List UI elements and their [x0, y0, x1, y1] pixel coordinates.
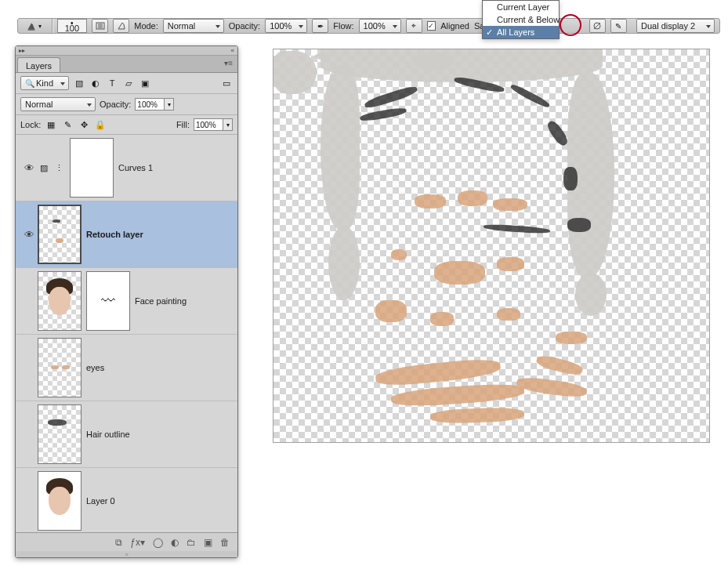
- clone-source-panel-icon[interactable]: [113, 19, 129, 33]
- panel-menu-icon[interactable]: ▾≡: [219, 56, 237, 72]
- svg-rect-0: [28, 29, 35, 30]
- options-bar: ▾ • 100 Mode: Normal Opacity: 100% ✒ Flo…: [17, 18, 720, 34]
- layer-row[interactable]: Hair outline: [16, 401, 237, 468]
- layer-opacity-field[interactable]: ▾: [135, 98, 174, 111]
- tab-layers[interactable]: Layers: [17, 57, 60, 72]
- lock-row: Lock: ▦ ✎ ✥ 🔒 Fill: ▾: [16, 115, 237, 135]
- curves-icon: ▨: [38, 161, 50, 174]
- aligned-label: Aligned: [440, 21, 469, 31]
- opacity-label: Opacity:: [229, 21, 260, 31]
- filter-adjust-icon[interactable]: ◐: [89, 77, 102, 89]
- flow-label: Flow:: [333, 21, 353, 31]
- airbrush-icon[interactable]: ⌖: [406, 19, 422, 33]
- layer-name[interactable]: Retouch layer: [86, 230, 143, 239]
- layer-row[interactable]: 〰 Face painting: [16, 268, 237, 335]
- link-mask-icon: ⋮: [53, 161, 65, 174]
- workspace-value: Dual display 2: [641, 21, 695, 31]
- collapse-icon[interactable]: ▸▸: [19, 47, 25, 54]
- layer-row[interactable]: eyes: [16, 335, 237, 401]
- lock-label: Lock:: [20, 120, 41, 129]
- tab-label: Layers: [26, 61, 52, 71]
- filter-type-icon[interactable]: T: [106, 77, 118, 89]
- fill-label: Fill:: [176, 120, 190, 129]
- clone-stamp-tool-icon[interactable]: ▾: [26, 20, 47, 31]
- layer-blend-mode-value: Normal: [25, 100, 53, 109]
- flow-field[interactable]: 100%: [359, 19, 401, 33]
- layer-name[interactable]: Curves 1: [118, 163, 153, 172]
- sample-option-current-below[interactable]: Current & Below: [483, 13, 559, 26]
- layer-name[interactable]: Layer 0: [86, 496, 115, 506]
- filter-smart-icon[interactable]: ▣: [139, 77, 151, 89]
- layer-row[interactable]: 👁 Retouch layer: [16, 201, 237, 268]
- flow-value: 100%: [364, 21, 386, 31]
- layer-fx-icon[interactable]: ƒx▾: [130, 537, 145, 548]
- panel-dragbar[interactable]: ▸▸ «: [16, 46, 237, 56]
- blend-mode-select[interactable]: Normal: [163, 19, 224, 33]
- brush-size-value: 100: [65, 26, 79, 31]
- layer-row[interactable]: 👁 ▨ ⋮ Curves 1: [16, 135, 237, 201]
- filter-pixel-icon[interactable]: ▧: [73, 77, 85, 89]
- adjustment-icons: ▨ ⋮: [38, 161, 65, 174]
- layer-thumb[interactable]: [38, 338, 81, 397]
- visibility-toggle[interactable]: 👁: [20, 162, 38, 174]
- layer-opacity-input[interactable]: [135, 98, 165, 111]
- opacity-value: 100%: [270, 21, 292, 31]
- layer-filter-row: 🔍 Kind ▧ ◐ T ▱ ▣ ▭: [16, 73, 237, 94]
- sample-option-current[interactable]: Current Layer: [483, 1, 559, 13]
- layer-thumb[interactable]: [38, 404, 81, 464]
- layer-mask-thumb[interactable]: 〰: [86, 271, 130, 331]
- fill-field[interactable]: ▾: [194, 118, 233, 131]
- strokes-icon: 〰: [87, 272, 129, 330]
- layers-panel: ▸▸ « Layers ▾≡ 🔍 Kind ▧ ◐ T ▱ ▣ ▭ Normal…: [15, 45, 238, 558]
- layer-row[interactable]: Layer 0: [16, 468, 237, 532]
- new-adjustment-icon[interactable]: ◐: [171, 537, 179, 548]
- new-layer-icon[interactable]: ▣: [204, 537, 212, 548]
- layer-blend-mode-select[interactable]: Normal: [20, 97, 96, 111]
- brush-preset-picker[interactable]: • 100: [57, 19, 87, 33]
- filter-kind-select[interactable]: 🔍 Kind: [20, 76, 69, 90]
- layer-opacity-label: Opacity:: [100, 100, 131, 109]
- layer-mask-thumb[interactable]: [70, 138, 114, 198]
- fill-step-icon[interactable]: ▾: [223, 118, 233, 131]
- lock-all-icon[interactable]: 🔒: [94, 118, 107, 131]
- link-layers-icon[interactable]: ⧉: [115, 537, 122, 548]
- aligned-checkbox[interactable]: ✓: [427, 21, 436, 31]
- mode-label: Mode:: [134, 21, 158, 31]
- opacity-step-icon[interactable]: ▾: [165, 98, 174, 111]
- filter-toggle-switch[interactable]: ▭: [220, 77, 233, 89]
- sample-option-all[interactable]: All Layers: [483, 26, 559, 38]
- blend-mode-value: Normal: [168, 21, 195, 31]
- layer-name[interactable]: eyes: [86, 363, 104, 372]
- filter-kind-label: Kind: [36, 78, 53, 88]
- sample-dropdown-menu[interactable]: Current Layer Current & Below All Layers: [482, 0, 560, 39]
- delete-layer-icon[interactable]: 🗑: [220, 537, 230, 548]
- layer-list: 👁 ▨ ⋮ Curves 1 👁 Retouch layer 〰: [16, 135, 237, 532]
- add-mask-icon[interactable]: ◯: [153, 537, 163, 548]
- ignore-adjustment-layers-icon[interactable]: [589, 19, 606, 33]
- lock-transparent-icon[interactable]: ▦: [45, 118, 57, 131]
- pressure-size-icon[interactable]: ✎: [610, 19, 627, 33]
- workspace-select[interactable]: Dual display 2: [636, 19, 715, 33]
- visibility-toggle[interactable]: 👁: [20, 229, 38, 241]
- layers-footer: ⧉ ƒx▾ ◯ ◐ 🗀 ▣ 🗑: [16, 532, 237, 551]
- divider: [52, 19, 53, 33]
- blend-row: Normal Opacity: ▾: [16, 94, 237, 115]
- layer-name[interactable]: Face painting: [135, 296, 187, 306]
- pressure-opacity-icon[interactable]: ✒: [312, 19, 328, 33]
- new-group-icon[interactable]: 🗀: [187, 537, 196, 548]
- resize-grip[interactable]: [16, 551, 237, 557]
- layer-thumb[interactable]: [38, 471, 81, 531]
- layer-name[interactable]: Hair outline: [86, 430, 130, 439]
- layer-thumb[interactable]: [38, 271, 81, 331]
- document-canvas[interactable]: [273, 49, 710, 443]
- lock-paint-icon[interactable]: ✎: [61, 118, 74, 131]
- lock-position-icon[interactable]: ✥: [78, 118, 90, 131]
- brush-panel-toggle-icon[interactable]: [92, 19, 108, 33]
- opacity-field[interactable]: 100%: [265, 19, 307, 33]
- fill-input[interactable]: [194, 118, 223, 131]
- layer-thumb[interactable]: [38, 205, 81, 264]
- filter-shape-icon[interactable]: ▱: [122, 77, 135, 89]
- panel-tabs: Layers ▾≡: [16, 56, 237, 73]
- close-icon[interactable]: «: [231, 47, 234, 54]
